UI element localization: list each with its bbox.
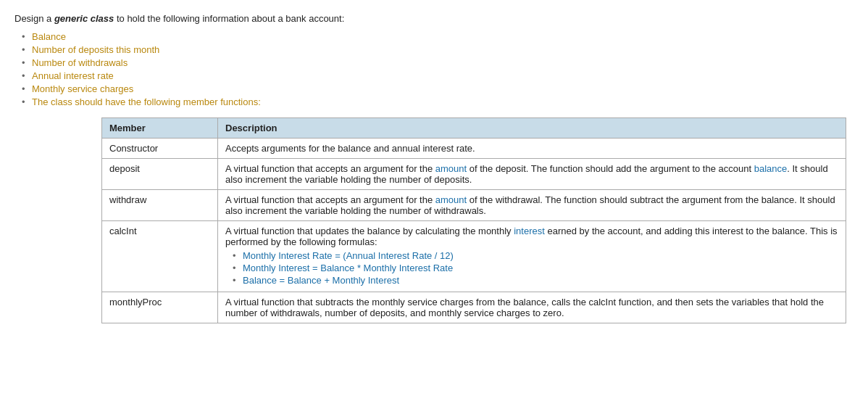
bullet-member-functions: The class should have the following memb… bbox=[22, 96, 854, 107]
highlight-interest-calcint: interest bbox=[514, 226, 545, 236]
table-row-calcint: calcInt A virtual function that updates … bbox=[102, 221, 846, 292]
table-row-monthlyproc: monthlyProc A virtual function that subt… bbox=[102, 292, 846, 323]
bullet-deposits: Number of deposits this month bbox=[22, 44, 854, 55]
table-row-deposit: deposit A virtual function that accepts … bbox=[102, 159, 846, 190]
member-withdraw: withdraw bbox=[102, 190, 218, 221]
calcint-item-3: Balance = Balance + Monthly Interest bbox=[233, 275, 838, 286]
bullet-balance: Balance bbox=[22, 31, 854, 42]
members-table: Member Description Constructor Accepts a… bbox=[101, 117, 846, 323]
bullet-interest-rate: Annual interest rate bbox=[22, 70, 854, 81]
table-row-withdraw: withdraw A virtual function that accepts… bbox=[102, 190, 846, 221]
calcint-item-2: Monthly Interest = Balance * Monthly Int… bbox=[233, 263, 838, 273]
intro-paragraph: Design a generic class to hold the follo… bbox=[14, 13, 854, 24]
member-deposit: deposit bbox=[102, 159, 218, 190]
desc-deposit: A virtual function that accepts an argum… bbox=[218, 159, 846, 190]
member-constructor: Constructor bbox=[102, 139, 218, 159]
highlight-balance-deposit: balance bbox=[754, 163, 788, 174]
desc-calcint: A virtual function that updates the bala… bbox=[218, 221, 846, 292]
bullet-list: Balance Number of deposits this month Nu… bbox=[14, 31, 854, 107]
bullet-service-charges: Monthly service charges bbox=[22, 83, 854, 94]
member-calcint: calcInt bbox=[102, 221, 218, 292]
highlight-amount-withdraw: amount bbox=[435, 194, 467, 205]
member-monthlyproc: monthlyProc bbox=[102, 292, 218, 323]
intro-italic: generic class bbox=[54, 13, 114, 24]
calcint-item-1: Monthly Interest Rate = (Annual Interest… bbox=[233, 250, 838, 261]
table-header-row: Member Description bbox=[102, 118, 846, 139]
col-header-description: Description bbox=[218, 118, 846, 139]
highlight-amount-deposit: amount bbox=[435, 163, 467, 174]
calcint-sublist: Monthly Interest Rate = (Annual Interest… bbox=[225, 250, 838, 286]
table-row-constructor: Constructor Accepts arguments for the ba… bbox=[102, 139, 846, 159]
bullet-withdrawals: Number of withdrawals bbox=[22, 57, 854, 68]
table-wrapper: Member Description Constructor Accepts a… bbox=[101, 117, 846, 323]
desc-withdraw: A virtual function that accepts an argum… bbox=[218, 190, 846, 221]
desc-constructor: Accepts arguments for the balance and an… bbox=[218, 139, 846, 159]
desc-monthlyproc: A virtual function that subtracts the mo… bbox=[218, 292, 846, 323]
col-header-member: Member bbox=[102, 118, 218, 139]
